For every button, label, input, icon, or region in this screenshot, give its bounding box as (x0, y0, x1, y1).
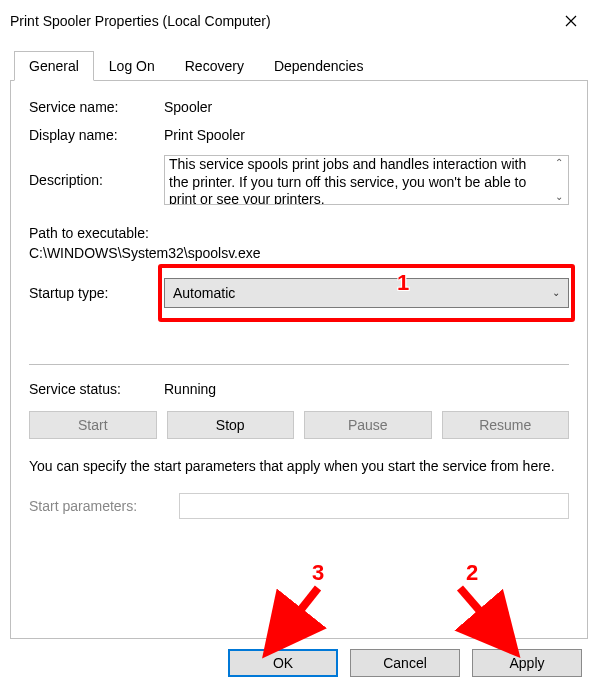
cancel-button[interactable]: Cancel (350, 649, 460, 677)
start-button[interactable]: Start (29, 411, 157, 439)
titlebar: Print Spooler Properties (Local Computer… (0, 0, 598, 42)
apply-button[interactable]: Apply (472, 649, 582, 677)
startup-type-select[interactable]: Automatic ⌄ (164, 278, 569, 308)
window-title: Print Spooler Properties (Local Computer… (10, 13, 271, 29)
start-params-input[interactable] (179, 493, 569, 519)
tab-logon[interactable]: Log On (94, 51, 170, 81)
tab-general[interactable]: General (14, 51, 94, 81)
path-value: C:\WINDOWS\System32\spoolsv.exe (29, 243, 569, 263)
path-label: Path to executable: (29, 223, 569, 243)
description-scrollbar[interactable]: ⌃ ⌄ (550, 156, 568, 204)
display-name-label: Display name: (29, 127, 164, 143)
display-name-row: Display name: Print Spooler (29, 127, 569, 143)
display-name-value: Print Spooler (164, 127, 569, 143)
start-params-row: Start parameters: (29, 493, 569, 519)
tab-dependencies[interactable]: Dependencies (259, 51, 379, 81)
dialog-buttons: OK Cancel Apply (228, 649, 582, 677)
status-row: Service status: Running (29, 381, 569, 397)
resume-button[interactable]: Resume (442, 411, 570, 439)
description-row: Description: This service spools print j… (29, 155, 569, 205)
tab-panel-general: Service name: Spooler Display name: Prin… (10, 81, 588, 639)
scroll-up-icon[interactable]: ⌃ (555, 158, 563, 168)
pause-button[interactable]: Pause (304, 411, 432, 439)
service-name-value: Spooler (164, 99, 569, 115)
path-block: Path to executable: C:\WINDOWS\System32\… (29, 223, 569, 264)
startup-type-value: Automatic (173, 285, 235, 301)
service-name-row: Service name: Spooler (29, 99, 569, 115)
start-params-note: You can specify the start parameters tha… (29, 457, 569, 476)
description-text: This service spools print jobs and handl… (165, 156, 550, 204)
close-icon[interactable] (556, 8, 586, 34)
service-name-label: Service name: (29, 99, 164, 115)
startup-row: Startup type: Automatic ⌄ (29, 278, 569, 308)
scroll-down-icon[interactable]: ⌄ (555, 192, 563, 202)
stop-button[interactable]: Stop (167, 411, 295, 439)
divider (29, 364, 569, 365)
ok-button[interactable]: OK (228, 649, 338, 677)
tab-strip: General Log On Recovery Dependencies (10, 50, 588, 81)
tab-recovery[interactable]: Recovery (170, 51, 259, 81)
description-box: This service spools print jobs and handl… (164, 155, 569, 205)
status-label: Service status: (29, 381, 164, 397)
description-label: Description: (29, 172, 164, 188)
start-params-label: Start parameters: (29, 498, 179, 514)
status-value: Running (164, 381, 216, 397)
service-buttons: Start Stop Pause Resume (29, 411, 569, 439)
startup-label: Startup type: (29, 285, 164, 301)
chevron-down-icon: ⌄ (552, 287, 560, 298)
